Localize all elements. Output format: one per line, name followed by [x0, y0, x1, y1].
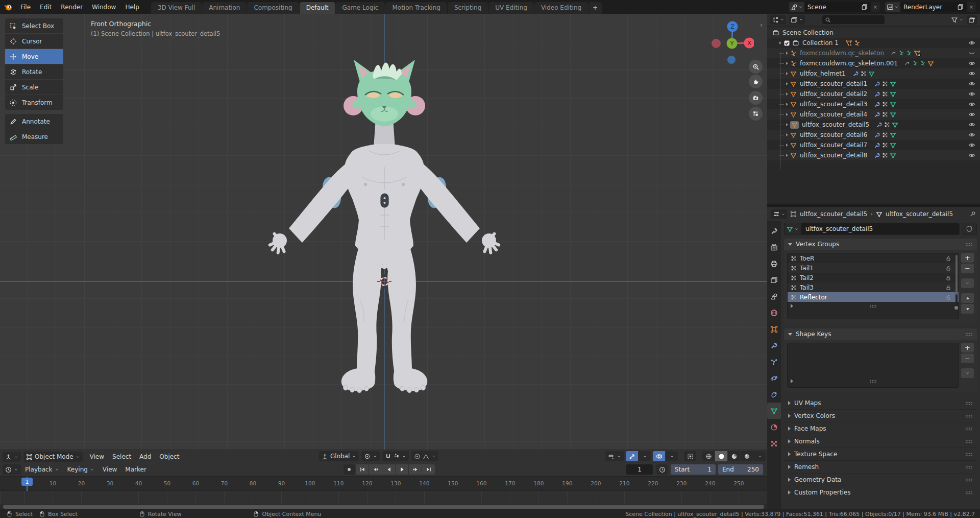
outliner-row-foxmccouldwm-qc-skeleton[interactable]: foxmccouldwm.qc_skeleton4	[767, 48, 980, 58]
lock-open-icon[interactable]	[945, 265, 951, 271]
eye-open-icon[interactable]	[968, 152, 975, 159]
lock-open-icon[interactable]	[945, 255, 951, 262]
gizmo-negative-x-axis[interactable]	[712, 39, 721, 48]
add-vertex-group-button[interactable]: +	[961, 253, 974, 263]
lock-open-icon[interactable]	[945, 294, 951, 300]
tool-annotate[interactable]: Annotate	[5, 114, 63, 129]
viewport-canvas[interactable]	[0, 14, 767, 450]
overlays-dropdown[interactable]	[666, 451, 678, 461]
fake-user-button[interactable]	[962, 223, 977, 235]
list-resize-grip[interactable]	[870, 304, 877, 308]
expand-arrow-icon[interactable]	[779, 41, 781, 44]
pan-button[interactable]	[749, 75, 763, 88]
start-frame-field[interactable]: Start1	[671, 464, 716, 475]
viewport-menu-add[interactable]: Add	[135, 453, 155, 460]
lock-open-icon[interactable]	[945, 275, 951, 281]
new-workspace-button[interactable]: +	[589, 2, 602, 14]
menu-edit[interactable]: Edit	[35, 0, 56, 14]
properties-tab-texture[interactable]	[767, 435, 781, 452]
section-texture-space[interactable]: Texture Space	[784, 448, 977, 461]
section-geometry-data[interactable]: Geometry Data	[784, 474, 977, 486]
tool-select-box[interactable]: Select Box	[5, 18, 63, 33]
outliner-row-ultfox-scouter-detail5[interactable]: ultfox_scouter_detail5	[767, 120, 980, 130]
eye-open-icon[interactable]	[968, 131, 975, 138]
remove-shape-key-button[interactable]: −	[961, 354, 974, 363]
expand-arrow-icon[interactable]	[786, 103, 788, 106]
timeline-menu-view[interactable]: View	[99, 466, 121, 473]
eye-open-icon[interactable]	[968, 142, 975, 149]
perspective-toggle-button[interactable]	[749, 107, 763, 121]
editor-type-button[interactable]	[3, 452, 21, 462]
pin-icon[interactable]	[969, 211, 976, 218]
section-face-maps[interactable]: Face Maps	[784, 422, 977, 435]
auto-keying-toggle[interactable]	[344, 464, 355, 475]
tool-transform[interactable]: Transform	[5, 95, 63, 110]
outliner-search[interactable]	[822, 15, 885, 24]
shape-keys-header[interactable]: Shape Keys	[784, 328, 977, 340]
gizmos-dropdown[interactable]	[639, 451, 651, 461]
preview-range-toggle[interactable]	[656, 464, 668, 475]
list-expand-arrow[interactable]	[791, 304, 793, 308]
properties-tab-scene[interactable]	[767, 288, 781, 304]
snap-controls[interactable]	[382, 451, 409, 461]
timeline-menu-playback[interactable]: Playback	[21, 466, 63, 473]
zoom-button[interactable]	[749, 60, 763, 74]
tab-video-editing[interactable]: Video Editing	[534, 2, 588, 14]
eye-open-icon[interactable]	[968, 111, 975, 118]
eye-open-icon[interactable]	[968, 121, 975, 128]
tab-compositing[interactable]: Compositing	[247, 2, 299, 14]
scene-unlink-button[interactable]	[871, 2, 880, 12]
viewport-menu-view[interactable]: View	[86, 453, 108, 460]
expand-arrow-icon[interactable]	[786, 92, 788, 96]
current-frame-field[interactable]: 1	[626, 464, 653, 475]
properties-tab-particles[interactable]	[767, 354, 781, 370]
outliner-row-ultfox-scouter-detail1[interactable]: ultfox_scouter_detail1	[767, 79, 980, 89]
drag-grip[interactable]	[965, 333, 973, 336]
list-scrollbar[interactable]	[955, 255, 958, 309]
vertex-groups-header[interactable]: Vertex Groups	[784, 239, 977, 250]
breadcrumb-object[interactable]: ultfox_scouter_detail5	[800, 210, 867, 218]
tool-rotate[interactable]: Rotate	[5, 64, 63, 79]
properties-tab-material[interactable]	[767, 419, 781, 435]
tool-measure[interactable]: Measure	[5, 129, 63, 144]
overlays-toggle[interactable]	[653, 451, 665, 461]
shading-solid-button[interactable]	[715, 451, 727, 461]
tool-move[interactable]: Move	[5, 49, 63, 64]
properties-tab-tool[interactable]	[767, 223, 781, 239]
render-layer-unlink-button[interactable]	[967, 2, 976, 12]
jump-start-button[interactable]	[356, 464, 369, 475]
scrollbar-thumb[interactable]	[3, 505, 764, 509]
timeline-menu-keying[interactable]: Keying	[63, 466, 99, 473]
eye-closed-icon[interactable]	[968, 50, 975, 57]
shape-key-specials-button[interactable]	[961, 368, 974, 378]
vertex-group-specials-button[interactable]	[961, 278, 974, 288]
properties-editor-type-button[interactable]	[771, 209, 787, 219]
expand-arrow-icon[interactable]	[786, 82, 788, 85]
tab-uv-editing[interactable]: UV Editing	[488, 2, 534, 14]
expand-arrow-icon[interactable]	[786, 133, 788, 136]
drag-grip[interactable]	[965, 243, 973, 246]
outliner-editor-type-button[interactable]	[770, 15, 786, 25]
move-group-down-button[interactable]	[961, 304, 974, 314]
tab-animation[interactable]: Animation	[202, 2, 247, 14]
section-vertex-colors[interactable]: Vertex Colors	[784, 410, 977, 422]
viewport-menu-select[interactable]: Select	[108, 453, 135, 460]
list-resize-grip[interactable]	[870, 380, 877, 383]
camera-view-button[interactable]	[749, 91, 763, 105]
expand-arrow-icon[interactable]	[786, 154, 788, 157]
menu-window[interactable]: Window	[87, 0, 120, 14]
tool-cursor[interactable]: Cursor	[5, 34, 63, 49]
outliner-filter-button[interactable]	[951, 16, 964, 23]
breadcrumb-data[interactable]: ultfox_scouter_detail5	[886, 210, 953, 218]
eye-open-icon[interactable]	[968, 39, 975, 46]
eye-open-icon[interactable]	[968, 70, 975, 77]
timeline-menu-marker[interactable]: Marker	[121, 466, 150, 473]
mesh-name-field[interactable]: ultfox_scouter_detail5	[801, 223, 960, 235]
shading-material-button[interactable]	[728, 451, 740, 461]
timeline-ruler[interactable]: ‹ 1 102030405060708090100110120130140150…	[0, 477, 767, 491]
tab-motion-tracking[interactable]: Motion Tracking	[385, 2, 447, 14]
eye-open-icon[interactable]	[968, 101, 975, 108]
expand-arrow-icon[interactable]	[786, 123, 788, 126]
tool-scale[interactable]: Scale	[5, 80, 63, 95]
new-layer-icon[interactable]	[957, 4, 964, 10]
